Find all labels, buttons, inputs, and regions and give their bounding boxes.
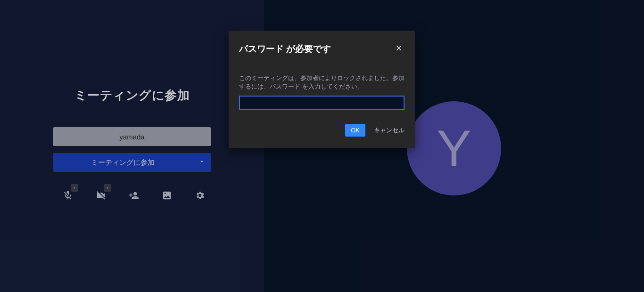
dialog-header: パスワード が必要です — [229, 31, 415, 60]
camera-button[interactable] — [95, 191, 107, 202]
ok-button[interactable]: OK — [345, 124, 365, 137]
close-button[interactable] — [393, 43, 405, 55]
prejoin-title: ミーティングに参加 — [74, 87, 190, 104]
image-icon — [162, 190, 172, 203]
dialog-message: このミーティングは、参加者によりロックされました。参加するには、パスワード を入… — [239, 74, 405, 91]
close-icon — [395, 44, 403, 54]
join-meeting-button[interactable]: ミーティングに参加 — [53, 153, 192, 172]
cancel-button[interactable]: キャンセル — [374, 126, 405, 135]
prejoin-panel: ミーティングに参加 ミーティングに参加 — [0, 0, 264, 292]
prejoin-toolbar — [53, 191, 211, 202]
name-input[interactable] — [53, 127, 211, 146]
prejoin-content: ミーティングに参加 ミーティングに参加 — [53, 87, 211, 202]
microphone-options[interactable] — [71, 184, 78, 192]
dialog-footer: OK キャンセル — [229, 110, 415, 148]
background-button[interactable] — [161, 191, 173, 202]
mic-muted-icon — [63, 190, 73, 203]
join-options-dropdown[interactable] — [192, 153, 211, 172]
password-dialog: パスワード が必要です このミーティングは、参加者によりロックされました。参加す… — [229, 31, 415, 148]
chevron-up-icon — [105, 184, 110, 192]
settings-button[interactable] — [194, 191, 206, 202]
avatar-letter: Y — [437, 122, 471, 174]
invite-button[interactable] — [128, 191, 140, 202]
camera-off-icon — [96, 190, 106, 203]
dialog-title: パスワード が必要です — [239, 43, 331, 55]
chevron-up-icon — [72, 184, 77, 192]
microphone-button[interactable] — [62, 191, 74, 202]
gear-icon — [195, 190, 205, 203]
chevron-down-icon — [198, 158, 205, 167]
add-user-icon — [129, 190, 139, 203]
camera-options[interactable] — [104, 184, 111, 192]
avatar: Y — [407, 101, 501, 195]
password-input[interactable] — [239, 96, 405, 110]
join-button-row: ミーティングに参加 — [53, 153, 211, 172]
dialog-body: このミーティングは、参加者によりロックされました。参加するには、パスワード を入… — [229, 60, 415, 110]
